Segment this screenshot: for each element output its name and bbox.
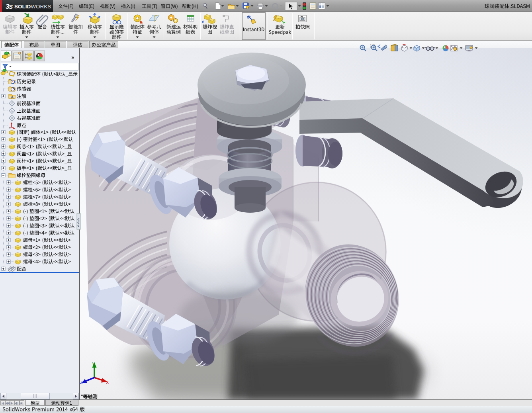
svg-text:X: X (106, 380, 109, 385)
svg-text:Y: Y (92, 362, 95, 366)
svg-text:Z: Z (80, 380, 83, 385)
svg-text:SOLIDWORKS: SOLIDWORKS (14, 4, 51, 10)
svg-text:S: S (9, 3, 13, 10)
